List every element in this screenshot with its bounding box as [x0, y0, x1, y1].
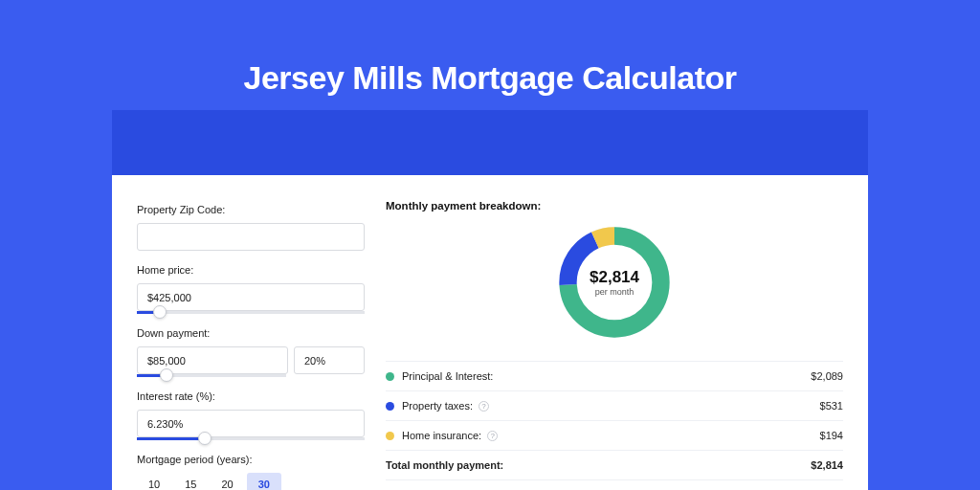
down-slider-thumb[interactable] [160, 368, 173, 382]
rate-input[interactable] [137, 410, 365, 437]
calculator-card: Property Zip Code: Home price: Down paym… [112, 175, 868, 490]
rate-slider-thumb[interactable] [198, 432, 212, 445]
total-label: Total monthly payment: [386, 459, 503, 471]
legend-label: Property taxes: [402, 400, 473, 412]
legend-row-pi: Principal & Interest:$2,089 [386, 362, 843, 391]
page-title: Jersey Mills Mortgage Calculator [0, 59, 980, 97]
legend-row-ins: Home insurance:?$194 [386, 421, 843, 451]
legend: Principal & Interest:$2,089Property taxe… [386, 361, 843, 480]
rate-slider[interactable] [137, 437, 365, 440]
period-button-20[interactable]: 20 [211, 473, 245, 490]
legend-dot [386, 372, 394, 381]
legend-value: $194 [820, 430, 843, 441]
down-pct-input[interactable] [294, 346, 365, 374]
period-block: Mortgage period (years): 10152030 [137, 454, 365, 490]
donut-total: $2,814 [590, 268, 639, 287]
down-input[interactable] [137, 346, 288, 374]
legend-dot [386, 432, 394, 440]
legend-label: Principal & Interest: [402, 370, 493, 382]
price-input[interactable] [137, 283, 365, 311]
period-button-15[interactable]: 15 [173, 473, 208, 490]
payment-donut: $2,814 per month [553, 221, 676, 344]
period-label: Mortgage period (years): [137, 454, 365, 465]
breakdown-column: Monthly payment breakdown: $2,814 per mo… [386, 175, 843, 490]
zip-input[interactable] [137, 223, 365, 251]
down-block: Down payment: [137, 327, 365, 377]
info-icon[interactable]: ? [479, 401, 489, 412]
zip-label: Property Zip Code: [137, 204, 365, 215]
price-slider[interactable] [137, 311, 365, 314]
down-label: Down payment: [137, 327, 365, 339]
period-button-group: 10152030 [137, 473, 365, 490]
legend-row-tax: Property taxes:?$531 [386, 391, 843, 421]
period-button-10[interactable]: 10 [137, 473, 171, 490]
header-band [112, 110, 868, 177]
down-slider[interactable] [137, 374, 286, 377]
legend-value: $531 [820, 400, 843, 412]
form-column: Property Zip Code: Home price: Down paym… [137, 175, 365, 490]
info-icon[interactable]: ? [487, 431, 498, 441]
price-slider-thumb[interactable] [153, 305, 167, 319]
rate-block: Interest rate (%): [137, 390, 365, 440]
legend-label: Home insurance: [402, 430, 481, 441]
price-block: Home price: [137, 264, 365, 314]
zip-block: Property Zip Code: [137, 204, 365, 251]
period-button-30[interactable]: 30 [247, 473, 281, 490]
price-label: Home price: [137, 264, 365, 276]
breakdown-heading: Monthly payment breakdown: [386, 200, 843, 212]
legend-value: $2,089 [811, 370, 843, 382]
legend-dot [386, 402, 394, 411]
donut-sub: per month [595, 287, 635, 297]
donut-center: $2,814 per month [553, 221, 676, 344]
legend-row-total: Total monthly payment:$2,814 [386, 451, 843, 480]
rate-label: Interest rate (%): [137, 390, 365, 402]
total-value: $2,814 [811, 459, 843, 471]
